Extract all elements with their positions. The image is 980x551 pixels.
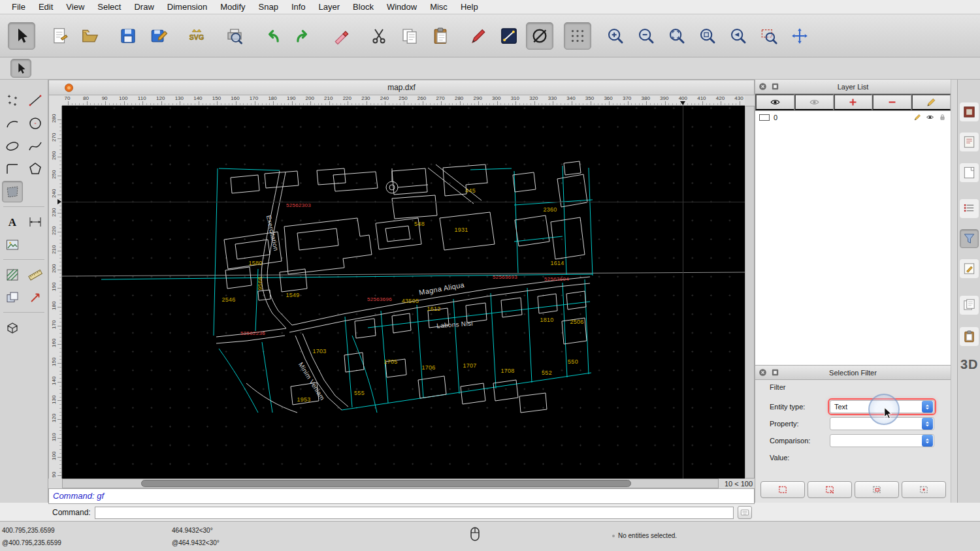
entity-type-combo-stepper[interactable] (922, 401, 933, 413)
close-layer-list-button[interactable] (758, 82, 768, 93)
block-list-panel-button[interactable] (960, 102, 979, 121)
select-matching-button[interactable] (760, 481, 805, 498)
delete-entities-button[interactable] (327, 22, 355, 50)
zoom-out-button[interactable] (632, 22, 660, 50)
command-widget-panel-button[interactable] (960, 163, 979, 182)
point-tool-button[interactable] (2, 89, 23, 111)
zoom-window-button[interactable] (755, 22, 783, 50)
menu-file[interactable]: File (5, 0, 32, 14)
add-layer-button[interactable] (834, 94, 873, 110)
copy-button[interactable] (396, 22, 423, 50)
paste-button[interactable] (427, 22, 454, 50)
zoom-in-button[interactable] (602, 22, 629, 50)
save-drawing-button[interactable] (114, 22, 142, 50)
circle-tool-button[interactable] (25, 112, 46, 134)
layer-row[interactable]: 0 (755, 111, 951, 124)
layer-lock-icon[interactable] (938, 113, 947, 123)
show-all-layers-button[interactable] (755, 94, 794, 110)
order-tool-button[interactable] (2, 287, 23, 308)
region-tool-button[interactable] (2, 181, 23, 202)
menu-help[interactable]: Help (454, 0, 485, 14)
measure-tool-button[interactable] (25, 264, 46, 285)
layer-edit-icon[interactable] (913, 113, 922, 123)
dimension-tool-button[interactable] (25, 211, 46, 232)
layer-color-box[interactable] (759, 114, 770, 121)
menu-block[interactable]: Block (346, 0, 380, 14)
vertical-scrollbar[interactable] (745, 106, 755, 479)
zoom-previous-button[interactable] (725, 22, 752, 50)
remove-layer-button[interactable] (872, 94, 911, 110)
svg-export-button[interactable]: SVG (183, 22, 210, 50)
clear-filter-button[interactable] (855, 481, 899, 498)
new-drawing-button[interactable] (46, 22, 73, 50)
selection-filter-panel-button[interactable] (960, 229, 979, 248)
spline-tool-button[interactable] (25, 135, 46, 157)
redo-button[interactable] (289, 22, 317, 50)
polyline-tool-button[interactable] (2, 158, 23, 180)
notes-panel-button[interactable] (960, 296, 979, 315)
edit-layer-button[interactable] (911, 94, 951, 110)
menu-window[interactable]: Window (380, 0, 423, 14)
hide-all-layers-button[interactable] (794, 94, 834, 110)
document-titlebar[interactable]: map.dxf (48, 80, 755, 95)
arc-tool-button[interactable] (2, 112, 23, 134)
undo-button[interactable] (259, 22, 286, 50)
text-tool-button[interactable]: A (2, 211, 23, 232)
polygon-tool-button[interactable] (25, 158, 46, 180)
zoom-auto-button[interactable] (663, 22, 691, 50)
apply-filter-button[interactable] (902, 481, 946, 498)
detach-layer-list-button[interactable] (770, 82, 780, 93)
line-attributes-button[interactable] (495, 22, 523, 50)
explode-tool-button[interactable] (25, 287, 46, 308)
library-browser-panel-button[interactable] (960, 133, 979, 151)
open-drawing-button[interactable] (76, 22, 104, 50)
menu-info[interactable]: Info (285, 0, 312, 14)
save-as-button[interactable] (145, 22, 172, 50)
detach-selection-filter-button[interactable] (770, 368, 780, 379)
line-tool-button[interactable] (25, 89, 46, 111)
menu-select[interactable]: Select (91, 0, 127, 14)
comparison-combo[interactable] (830, 434, 934, 447)
grid-toggle-button[interactable] (564, 22, 591, 50)
panel-scrollbar[interactable] (951, 80, 957, 503)
property-combo[interactable] (830, 417, 934, 430)
property-combo-stepper[interactable] (922, 418, 933, 430)
horizontal-scrollbar-thumb[interactable] (141, 480, 631, 487)
comparison-combo-stepper[interactable] (922, 435, 933, 447)
active-tool-select-arrow-button[interactable] (10, 59, 31, 78)
menu-draw[interactable]: Draw (127, 0, 160, 14)
deselect-matching-button[interactable] (808, 481, 852, 498)
menu-layer[interactable]: Layer (312, 0, 347, 14)
menu-snap[interactable]: Snap (252, 0, 285, 14)
print-preview-button[interactable] (221, 22, 248, 50)
command-options-button[interactable] (738, 506, 752, 519)
zoom-pan-button[interactable] (786, 22, 813, 50)
command-input[interactable] (95, 507, 734, 519)
menu-view[interactable]: View (59, 0, 91, 14)
ellipse-tool-button[interactable] (2, 135, 23, 157)
v-ruler-number: 210 (51, 246, 57, 254)
layer-visibility-icon[interactable] (926, 113, 934, 123)
select-arrow-button[interactable] (8, 22, 35, 50)
image-tool-button[interactable] (2, 234, 23, 255)
menu-misc[interactable]: Misc (423, 0, 454, 14)
no-fill-button[interactable] (526, 22, 553, 50)
hatch-tool-button[interactable] (2, 264, 23, 285)
entity-type-combo[interactable]: Text (830, 400, 934, 413)
property-editor-panel-button[interactable] (960, 199, 979, 218)
zoom-extents-button[interactable] (694, 22, 721, 50)
arc-icon (5, 116, 20, 131)
layer-list-rows: 0 (755, 111, 951, 366)
menu-dimension[interactable]: Dimension (161, 0, 214, 14)
menu-edit[interactable]: Edit (32, 0, 59, 14)
clipboard-panel-button[interactable] (960, 327, 979, 346)
horizontal-scrollbar[interactable] (62, 479, 719, 488)
drawing-canvas[interactable]: 4452360548193152562303161415809566525636… (62, 106, 745, 479)
cut-button[interactable] (365, 22, 393, 50)
pen-palette-panel-button[interactable] (960, 259, 979, 278)
redo-icon (293, 26, 313, 46)
draw-pen-button[interactable] (465, 22, 492, 50)
close-selection-filter-button[interactable] (758, 368, 768, 379)
solid-box-tool-button[interactable] (2, 317, 23, 338)
menu-modify[interactable]: Modify (214, 0, 252, 14)
